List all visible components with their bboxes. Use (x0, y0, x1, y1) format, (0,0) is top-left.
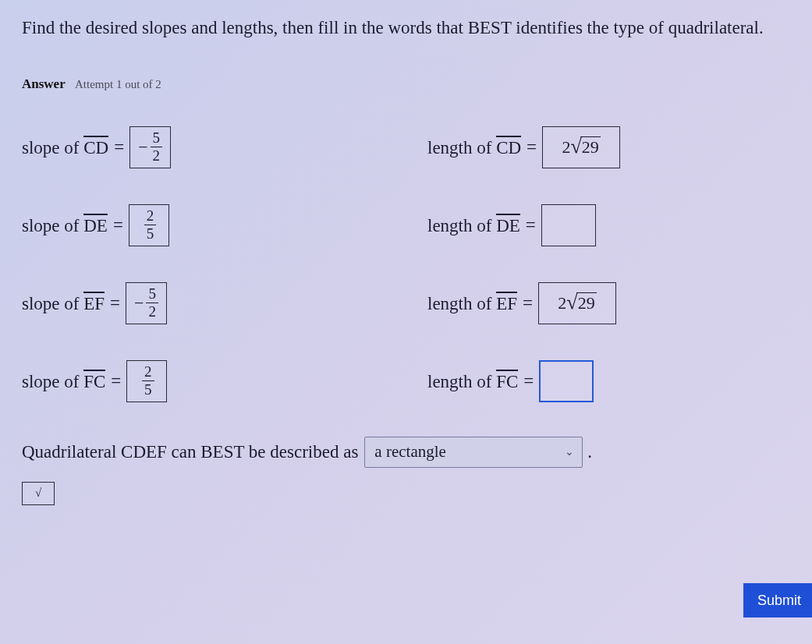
slope-de-label: slope of DE (22, 214, 108, 236)
length-de-label: length of DE (427, 214, 520, 236)
conclusion-prefix: Quadrilateral CDEF can BEST be described… (22, 442, 358, 462)
answers-grid: slope of CD = − 5 2 length of CD = 2√29 (22, 126, 790, 402)
conclusion-row: Quadrilateral CDEF can BEST be described… (22, 437, 790, 468)
fraction: 5 2 (151, 130, 163, 164)
equals-sign: = (114, 137, 124, 157)
length-ef-input[interactable]: 2√29 (538, 282, 616, 324)
equals-sign: = (523, 371, 534, 391)
segment-fc: FC (496, 370, 518, 392)
slope-ef-cell: slope of EF = − 5 2 (22, 282, 427, 324)
length-ef-cell: length of EF = 2√29 (427, 282, 790, 324)
slope-cd-label: slope of CD (22, 136, 108, 158)
question-prompt: Find the desired slopes and lengths, the… (22, 14, 790, 42)
slope-fc-label: slope of FC (22, 370, 105, 392)
length-ef-label: length of EF (427, 292, 517, 314)
equals-sign: = (527, 137, 537, 157)
fraction: 2 5 (142, 364, 154, 398)
segment-cd: CD (496, 136, 521, 158)
radical-icon: √ (570, 136, 581, 157)
equals-sign: = (110, 293, 120, 313)
math-input-toggle[interactable]: √ (22, 482, 55, 505)
period: . (587, 442, 592, 462)
fraction: 5 2 (146, 286, 158, 320)
equals-sign: = (113, 215, 123, 235)
worksheet-page: Find the desired slopes and lengths, the… (0, 0, 812, 505)
equals-sign: = (523, 293, 533, 313)
chevron-down-icon: ⌄ (565, 445, 574, 458)
slope-cd-input[interactable]: − 5 2 (129, 126, 171, 168)
quadrilateral-type-select[interactable]: a rectangle ⌄ (364, 437, 583, 468)
answer-header: Answer Attempt 1 out of 2 (22, 76, 790, 92)
segment-de: DE (496, 214, 520, 236)
length-de-cell: length of DE = (427, 204, 790, 246)
segment-cd: CD (83, 136, 108, 158)
sqrt-expression: 2√29 (558, 292, 596, 313)
segment-ef: EF (496, 292, 517, 314)
answer-label: Answer (22, 76, 66, 91)
length-cd-label: length of CD (427, 136, 521, 158)
segment-ef: EF (83, 292, 105, 314)
equals-sign: = (111, 371, 121, 391)
length-cd-cell: length of CD = 2√29 (427, 126, 790, 168)
length-fc-cell: length of FC = (427, 360, 790, 402)
slope-de-cell: slope of DE = 2 5 (22, 204, 427, 246)
sqrt-expression: 2√29 (562, 136, 600, 157)
radical-icon: √ (566, 292, 577, 313)
slope-fc-input[interactable]: 2 5 (126, 360, 167, 402)
segment-de: DE (83, 214, 108, 236)
radical-icon: √ (35, 487, 41, 500)
equals-sign: = (526, 215, 536, 235)
attempt-counter: Attempt 1 out of 2 (75, 78, 161, 90)
slope-ef-input[interactable]: − 5 2 (126, 282, 167, 324)
length-fc-input[interactable] (539, 360, 594, 402)
segment-fc: FC (83, 370, 105, 392)
slope-ef-label: slope of EF (22, 292, 105, 314)
length-de-input[interactable] (541, 204, 596, 246)
slope-cd-cell: slope of CD = − 5 2 (22, 126, 427, 168)
length-fc-label: length of FC (427, 370, 518, 392)
slope-fc-cell: slope of FC = 2 5 (22, 360, 427, 402)
fraction: 2 5 (144, 208, 157, 242)
length-cd-input[interactable]: 2√29 (542, 126, 620, 168)
submit-button[interactable]: Submit (743, 583, 812, 617)
select-value: a rectangle (374, 442, 446, 462)
slope-de-input[interactable]: 2 5 (129, 204, 169, 246)
